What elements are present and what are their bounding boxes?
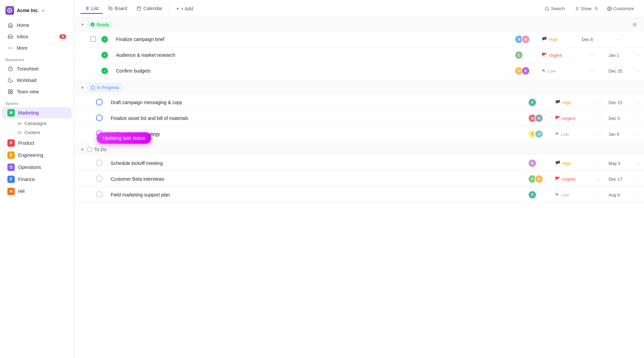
space-engineering[interactable]: E Engineering [2, 149, 71, 161]
nav-more[interactable]: More [2, 43, 71, 53]
priority-flag: 🚩 Urgent [555, 116, 575, 121]
more-dots-inline[interactable]: ··· [596, 131, 602, 137]
task-assignees-col: K [525, 155, 552, 171]
status-circle-done[interactable]: ✓ [101, 68, 108, 74]
section-todo-header[interactable]: ▼ To Do [74, 143, 644, 155]
nav-teamview[interactable]: Team view [2, 86, 71, 97]
task-checkbox[interactable] [91, 36, 96, 42]
more-dots[interactable]: ··· [635, 68, 641, 74]
avatar[interactable]: C [515, 51, 523, 59]
timesheet-icon [7, 66, 13, 72]
ready-collapse-icon[interactable]: ▼ [80, 23, 84, 27]
todo-collapse-icon[interactable]: ▼ [80, 147, 84, 151]
nav-workload[interactable]: Workload [2, 75, 71, 86]
more-dots-inline[interactable]: ··· [596, 192, 602, 197]
flag-icon: ⚑ [555, 192, 559, 197]
tab-list[interactable]: List [80, 4, 103, 14]
status-circle-inprogress[interactable] [96, 99, 103, 105]
more-dots[interactable]: ··· [635, 116, 641, 121]
show-button[interactable]: Show · 5 [571, 4, 601, 13]
status-circle-inprogress[interactable] [96, 115, 103, 121]
space-operations[interactable]: O Operations [2, 162, 71, 173]
space-finance[interactable]: F Finance [2, 174, 71, 185]
avatar[interactable]: K [528, 159, 537, 168]
task-more-col: ··· [633, 187, 644, 203]
avatar[interactable]: B [521, 35, 530, 44]
show-icon [574, 6, 579, 11]
space-product-label: Product [18, 140, 34, 146]
add-button[interactable]: + + Add [172, 4, 197, 14]
space-product[interactable]: P Product [2, 137, 71, 149]
status-circle-todo[interactable] [96, 175, 103, 182]
avatar[interactable]: F [528, 98, 537, 107]
more-dots[interactable]: ··· [616, 37, 622, 42]
task-date-col: Dec 25 [606, 63, 633, 79]
section-ready-header[interactable]: ▼ Ready ⊕ [74, 17, 644, 32]
nav-timesheet[interactable]: Timesheet [2, 63, 71, 74]
tab-board[interactable]: Board [104, 4, 131, 14]
more-dots[interactable]: ··· [635, 52, 641, 58]
space-content[interactable]: 🗁 Content [2, 128, 71, 137]
avatar[interactable]: D [535, 175, 543, 183]
task-date-col: Jan 1 [606, 47, 633, 63]
space-badge-p: P [7, 139, 15, 147]
task-more-col: ··· [633, 155, 644, 171]
avatar[interactable]: H [535, 114, 543, 123]
more-dots[interactable]: ··· [635, 100, 641, 105]
task-dots-col: ··· [579, 63, 606, 79]
more-dots[interactable]: ··· [635, 176, 641, 182]
task-more-col: ··· [606, 32, 633, 47]
calendar-icon [137, 6, 141, 11]
more-dots-inline[interactable]: ··· [589, 68, 596, 74]
space-marketing-label: Marketing [18, 110, 39, 116]
status-circle-todo[interactable] [96, 191, 103, 198]
more-dots-inline[interactable]: ··· [596, 160, 602, 166]
row-checkbox-col [74, 110, 93, 126]
space-hr-label: HR [18, 189, 25, 194]
task-assignees-col: G H [525, 110, 552, 126]
svg-rect-9 [11, 92, 12, 94]
space-marketing[interactable]: M Marketing [2, 107, 71, 119]
more-dots[interactable]: ··· [635, 192, 641, 197]
topbar: List Board Calendar + + Add Search [74, 0, 644, 17]
task-assignees-col: F [525, 187, 552, 203]
task-date-col: Dec 5 [606, 110, 633, 126]
more-dots-inline[interactable]: ··· [589, 52, 596, 58]
more-dots-inline[interactable]: ··· [596, 99, 602, 105]
search-button[interactable]: Search [541, 4, 568, 13]
space-campaigns[interactable]: 🗁 Campaigns [2, 119, 71, 128]
section-inprogress-header[interactable]: ▼ In Progress [74, 80, 644, 95]
task-more-col: ··· [633, 47, 644, 63]
nav-inbox[interactable]: Inbox 9 [2, 31, 71, 42]
avatar[interactable]: E [521, 66, 530, 75]
more-dots-inline[interactable]: ··· [596, 176, 602, 182]
status-circle-done[interactable]: ✓ [101, 36, 108, 43]
task-name-text: Schedule kickoff meeting [111, 161, 163, 166]
task-status-col: ✓ [99, 32, 113, 47]
avatar[interactable]: J [535, 130, 543, 138]
todo-tasks-table: Schedule kickoff meeting K 🏴 High [74, 155, 644, 203]
more-dots[interactable]: ··· [635, 131, 641, 137]
status-circle-todo[interactable] [96, 160, 103, 166]
svg-line-23 [548, 9, 549, 10]
avatar[interactable]: F [528, 190, 537, 199]
company-logo [5, 6, 14, 15]
flag-icon: ⚑ [541, 68, 546, 74]
ready-badge: Ready [87, 21, 113, 28]
more-dots[interactable]: ··· [635, 161, 641, 166]
assignee-group: C [515, 51, 536, 59]
ready-add-button[interactable]: ⊕ [632, 21, 637, 28]
svg-point-1 [9, 10, 10, 11]
priority-label: High [549, 37, 558, 42]
customize-button[interactable]: Customize [604, 4, 637, 13]
inprogress-collapse-icon[interactable]: ▼ [80, 86, 84, 90]
more-dots-inline[interactable]: ··· [596, 115, 602, 121]
status-circle-done[interactable]: ✓ [101, 52, 108, 58]
task-name-col: Draft campaign messaging & copy [108, 95, 525, 110]
space-hr[interactable]: H HR [2, 186, 71, 197]
task-priority-col: 🏴 High [552, 155, 592, 171]
task-name-col: Schedule kickoff meeting [108, 155, 525, 171]
company-header[interactable]: Acme Inc. ▾ [0, 4, 73, 19]
tab-calendar[interactable]: Calendar [132, 4, 166, 14]
nav-home[interactable]: Home [2, 20, 71, 31]
